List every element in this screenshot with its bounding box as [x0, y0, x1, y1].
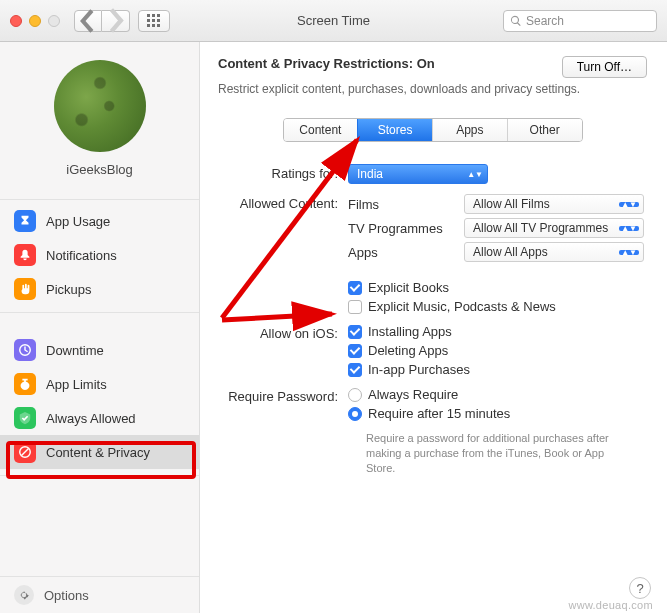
help-button[interactable]: ?	[629, 577, 651, 599]
pane-title: Content & Privacy Restrictions: On	[218, 56, 435, 71]
stores-form: Ratings for: India ▲▼ Allowed Content: F…	[218, 164, 647, 476]
radio-always-require[interactable]	[348, 388, 362, 402]
label-require-password: Require Password:	[218, 387, 348, 404]
search-placeholder: Search	[526, 14, 564, 28]
sidebar-item-label: Pickups	[46, 282, 92, 297]
ios-installing-label: Installing Apps	[368, 324, 452, 339]
window-controls	[10, 15, 60, 27]
pw-always-row[interactable]: Always Require	[348, 387, 647, 402]
search-input[interactable]: Search	[503, 10, 657, 32]
ios-installing-row[interactable]: Installing Apps	[348, 324, 647, 339]
svg-rect-1	[152, 14, 155, 17]
checkbox-inapp-purchases[interactable]	[348, 363, 362, 377]
label-allowed-content: Allowed Content:	[218, 194, 348, 211]
ios-inapp-row[interactable]: In-app Purchases	[348, 362, 647, 377]
allowed-films-select[interactable]: Allow All Films ▲▼	[464, 194, 644, 214]
row-allow-ios: Allow on iOS: Installing Apps Deleting A…	[218, 324, 647, 377]
minimize-icon[interactable]	[29, 15, 41, 27]
close-icon[interactable]	[10, 15, 22, 27]
tab-apps[interactable]: Apps	[432, 119, 507, 141]
allowed-films-label: Films	[348, 197, 464, 212]
pw-15min-row[interactable]: Require after 15 minutes	[348, 406, 647, 421]
detail-pane: Content & Privacy Restrictions: On Turn …	[200, 42, 667, 613]
sidebar-item-label: Always Allowed	[46, 411, 136, 426]
segmented-control: Content Stores Apps Other	[283, 118, 583, 142]
pw-15min-label: Require after 15 minutes	[368, 406, 510, 421]
checkbox-installing-apps[interactable]	[348, 325, 362, 339]
sidebar-item-label: App Usage	[46, 214, 110, 229]
sidebar-item-content-privacy[interactable]: Content & Privacy	[0, 435, 199, 469]
allowed-apps-select[interactable]: Allow All Apps ▲▼	[464, 242, 644, 262]
sidebar-item-label: Notifications	[46, 248, 117, 263]
svg-rect-3	[147, 19, 150, 22]
forward-button[interactable]	[102, 10, 130, 32]
ios-inapp-label: In-app Purchases	[368, 362, 470, 377]
search-icon	[510, 15, 522, 27]
sidebar-item-pickups[interactable]: Pickups	[0, 272, 199, 306]
sidebar: iGeeksBlog App Usage Notifications Picku…	[0, 42, 200, 613]
sidebar-item-notifications[interactable]: Notifications	[0, 238, 199, 272]
timer-icon	[14, 373, 36, 395]
options-label: Options	[44, 588, 89, 603]
sidebar-footer-options[interactable]: Options	[0, 576, 199, 613]
pane-title-status: On	[417, 56, 435, 71]
pw-always-label: Always Require	[368, 387, 458, 402]
clock-icon	[14, 339, 36, 361]
allowed-tv-label: TV Programmes	[348, 221, 464, 236]
profile: iGeeksBlog	[0, 42, 199, 191]
sidebar-group-limits: Downtime App Limits Always Allowed Conte…	[0, 329, 199, 476]
avatar	[54, 60, 146, 152]
label-allow-ios: Allow on iOS:	[218, 324, 348, 341]
sidebar-item-downtime[interactable]: Downtime	[0, 333, 199, 367]
chevron-updown-icon: ▲▼	[619, 250, 639, 255]
ratings-country-value: India	[357, 167, 383, 181]
checkbox-deleting-apps[interactable]	[348, 344, 362, 358]
explicit-books-row[interactable]: Explicit Books	[348, 280, 647, 295]
allowed-tv-select[interactable]: Allow All TV Programmes ▲▼	[464, 218, 644, 238]
sidebar-item-app-limits[interactable]: App Limits	[0, 367, 199, 401]
chevron-updown-icon: ▲▼	[619, 226, 639, 231]
explicit-music-label: Explicit Music, Podcasts & News	[368, 299, 556, 314]
profile-name: iGeeksBlog	[66, 162, 132, 177]
tab-content[interactable]: Content	[284, 119, 358, 141]
window-title: Screen Time	[297, 13, 370, 28]
pw-hint: Require a password for additional purcha…	[366, 431, 636, 476]
sidebar-item-always-allowed[interactable]: Always Allowed	[0, 401, 199, 435]
allowed-tv-value: Allow All TV Programmes	[473, 221, 608, 235]
watermark: www.deuaq.com	[568, 599, 653, 611]
hand-icon	[14, 278, 36, 300]
sidebar-item-app-usage[interactable]: App Usage	[0, 204, 199, 238]
explicit-books-label: Explicit Books	[368, 280, 449, 295]
row-ratings-for: Ratings for: India ▲▼	[218, 164, 647, 184]
content-area: iGeeksBlog App Usage Notifications Picku…	[0, 42, 667, 613]
turn-off-button[interactable]: Turn Off…	[562, 56, 647, 78]
svg-rect-2	[157, 14, 160, 17]
pane-title-prefix: Content & Privacy Restrictions:	[218, 56, 417, 71]
bell-icon	[14, 244, 36, 266]
tab-other[interactable]: Other	[507, 119, 582, 141]
row-require-password: Require Password: Always Require Require…	[218, 387, 647, 476]
no-entry-icon	[14, 441, 36, 463]
sidebar-item-label: Content & Privacy	[46, 445, 150, 460]
pane-subhead: Restrict explicit content, purchases, do…	[218, 82, 647, 96]
show-all-button[interactable]	[138, 10, 170, 32]
svg-rect-8	[157, 24, 160, 27]
allowed-apps-label: Apps	[348, 245, 464, 260]
allowed-films-value: Allow All Films	[473, 197, 550, 211]
ratings-country-select[interactable]: India ▲▼	[348, 164, 488, 184]
tab-stores[interactable]: Stores	[357, 119, 432, 141]
radio-require-15min[interactable]	[348, 407, 362, 421]
svg-rect-0	[147, 14, 150, 17]
label-ratings-for: Ratings for:	[218, 164, 348, 181]
gear-icon	[14, 585, 34, 605]
back-button[interactable]	[74, 10, 102, 32]
hourglass-icon	[14, 210, 36, 232]
zoom-icon[interactable]	[48, 15, 60, 27]
titlebar: Screen Time Search	[0, 0, 667, 42]
explicit-music-row[interactable]: Explicit Music, Podcasts & News	[348, 299, 647, 314]
ios-deleting-row[interactable]: Deleting Apps	[348, 343, 647, 358]
allowed-apps-value: Allow All Apps	[473, 245, 548, 259]
svg-rect-5	[157, 19, 160, 22]
checkbox-explicit-books[interactable]	[348, 281, 362, 295]
checkbox-explicit-music[interactable]	[348, 300, 362, 314]
